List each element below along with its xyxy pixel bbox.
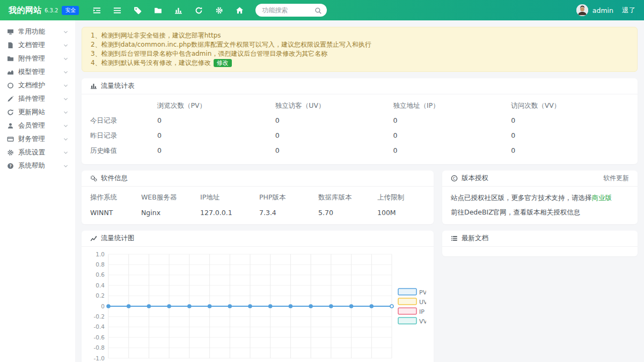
- cell-value: 0: [275, 129, 393, 144]
- column-header: 浏览次数（PV）: [157, 99, 275, 114]
- security-badge[interactable]: 安全: [62, 6, 79, 15]
- svg-text:UV: UV: [419, 298, 426, 305]
- chevron-down-icon: [63, 110, 68, 115]
- chevron-down-icon: [63, 56, 68, 61]
- license-card: C 版本授权 软件更新 站点已授权社区版，更多官方技术支持，请选择商业版 前往D…: [442, 171, 638, 224]
- chevron-down-icon: [63, 43, 68, 48]
- warning-line: 2、检测到data/common.inc.php数据库配置文件权限可以写入，建议…: [91, 41, 628, 48]
- chart-bar-icon[interactable]: [174, 6, 182, 14]
- folder-icon: [7, 55, 14, 62]
- folder-icon[interactable]: [154, 6, 162, 14]
- plugin-icon: [7, 95, 14, 102]
- logout-button[interactable]: 退了: [622, 6, 635, 15]
- sidebar-item-label: 插件管理: [18, 94, 45, 104]
- cell-value: 100M: [377, 209, 425, 217]
- svg-text:-0.6: -0.6: [94, 334, 105, 341]
- sidebar-item-member-management[interactable]: 会员管理: [0, 119, 75, 132]
- card-title: 版本授权: [462, 174, 488, 183]
- menu-fold-icon[interactable]: [93, 6, 101, 14]
- latest-docs-empty-body: [442, 247, 638, 256]
- gear-icon: [7, 149, 14, 156]
- chevron-down-icon: [63, 83, 68, 88]
- cell-value: WINNT: [90, 209, 141, 217]
- cell-value: 0: [157, 129, 275, 144]
- username-menu[interactable]: admin: [592, 6, 613, 14]
- sidebar-item-label: 文档管理: [18, 41, 45, 50]
- sidebar-item-document-management[interactable]: 文档管理: [0, 39, 75, 52]
- list-icon[interactable]: [113, 6, 121, 14]
- security-warnings: 1、检测到网址非安全链接，建议您部署https 2、检测到data/common…: [82, 27, 638, 72]
- license-line: 前往DedeBIZ官网，查看版本相关授权信息: [451, 208, 629, 217]
- sidebar-item-attachment-management[interactable]: 附件管理: [0, 52, 75, 65]
- circle-icon: [7, 82, 14, 89]
- traffic-chart-card: 流量统计图 1.00.80.60.40.20-0.2-0.4-0.6-0.8-1…: [82, 231, 434, 362]
- chevron-down-icon: [63, 97, 68, 101]
- line-chart-icon: [90, 235, 97, 242]
- cell-value: 0: [511, 144, 629, 159]
- cogs-icon: [90, 175, 97, 182]
- question-icon: ?: [7, 162, 14, 169]
- cell-value: 7.3.4: [259, 209, 318, 217]
- cell-value: 127.0.0.1: [200, 209, 259, 217]
- cell-value: 0: [393, 129, 511, 144]
- warning-line: 3、检测到后台管理目录名称中包含admin，强烈建议后台管理目录修改为其它名称: [91, 50, 628, 57]
- site-logo[interactable]: 我的网站: [9, 5, 42, 16]
- traffic-table: 浏览次数（PV） 独立访客（UV） 独立地址（IP） 访问次数（VV） 今日记录…: [82, 94, 638, 164]
- svg-text:1.0: 1.0: [96, 250, 105, 257]
- software-info-card: 软件信息 操作系统 WEB服务器 IP地址 PHP版本 数据库版本 上传限制 W…: [82, 171, 434, 224]
- column-header: 独立访客（UV）: [275, 99, 393, 114]
- sidebar-item-common-functions[interactable]: 常用功能: [0, 25, 75, 39]
- gear-icon[interactable]: [215, 6, 223, 14]
- sidebar-item-label: 文档维护: [18, 81, 45, 90]
- tag-icon[interactable]: [134, 6, 142, 14]
- software-update-link[interactable]: 软件更新: [603, 174, 629, 183]
- refresh-icon[interactable]: [195, 6, 203, 14]
- cell-value: Nginx: [141, 209, 200, 217]
- sidebar-item-plugin-management[interactable]: 插件管理: [0, 92, 75, 106]
- commercial-edition-link[interactable]: 商业版: [592, 194, 612, 202]
- sidebar-item-label: 财务管理: [18, 135, 45, 144]
- warning-line-text: 4、检测到默认账号没有修改，建议您修改: [91, 59, 211, 67]
- column-header: 独立地址（IP）: [393, 99, 511, 114]
- home-icon[interactable]: [236, 6, 244, 14]
- chevron-down-icon: [63, 137, 68, 142]
- sidebar-item-document-maintenance[interactable]: 文档维护: [0, 79, 75, 92]
- column-header: PHP版本: [259, 193, 318, 202]
- cell-value: 0: [393, 144, 511, 159]
- avatar[interactable]: [576, 4, 588, 16]
- cell-value: 0: [157, 144, 275, 159]
- cell-value: 0: [157, 114, 275, 129]
- sidebar-item-finance-management[interactable]: 财务管理: [0, 132, 75, 146]
- list-icon: [451, 235, 458, 242]
- svg-text:PV: PV: [419, 289, 426, 295]
- warning-line: 1、检测到网址非安全链接，建议您部署https: [91, 32, 628, 39]
- license-text: 站点已授权社区版，更多官方技术支持，请选择: [451, 194, 592, 202]
- user-icon: [7, 122, 14, 129]
- cell-value: 0: [275, 114, 393, 129]
- search-icon[interactable]: [314, 6, 322, 14]
- software-info-table: 操作系统 WEB服务器 IP地址 PHP版本 数据库版本 上传限制 WINNT …: [82, 187, 434, 224]
- svg-text:IP: IP: [419, 308, 425, 315]
- file-icon: [7, 42, 14, 49]
- license-line: 站点已授权社区版，更多官方技术支持，请选择商业版: [451, 194, 629, 203]
- sidebar-item-system-help[interactable]: ? 系统帮助: [0, 159, 75, 173]
- sidebar-item-label: 模型管理: [18, 68, 45, 77]
- card-header: 软件信息: [82, 171, 434, 187]
- svg-text:-1.0: -1.0: [94, 354, 105, 361]
- svg-text:VV: VV: [419, 317, 426, 324]
- column-header: 访问次数（VV）: [511, 99, 629, 114]
- header-toolbar: [93, 6, 244, 14]
- column-header: 上传限制: [377, 193, 425, 202]
- svg-text:0: 0: [101, 302, 105, 309]
- refresh-icon: [7, 109, 14, 116]
- column-header: 数据库版本: [318, 193, 377, 202]
- sidebar-item-model-management[interactable]: 模型管理: [0, 65, 75, 79]
- sidebar-item-update-site[interactable]: 更新网站: [0, 106, 75, 119]
- traffic-line-chart: 1.00.80.60.40.20-0.2-0.4-0.6-0.8-1.005-2…: [82, 247, 434, 362]
- admin-dashboard: 我的网站 6.3.2 安全: [0, 0, 644, 362]
- card-header: 流量统计图: [82, 231, 434, 247]
- license-body: 站点已授权社区版，更多官方技术支持，请选择商业版 前往DedeBIZ官网，查看版…: [442, 187, 638, 224]
- user-area: admin 退了: [576, 4, 635, 16]
- fix-button[interactable]: 修改: [214, 59, 232, 67]
- sidebar-item-system-settings[interactable]: 系统设置: [0, 146, 75, 159]
